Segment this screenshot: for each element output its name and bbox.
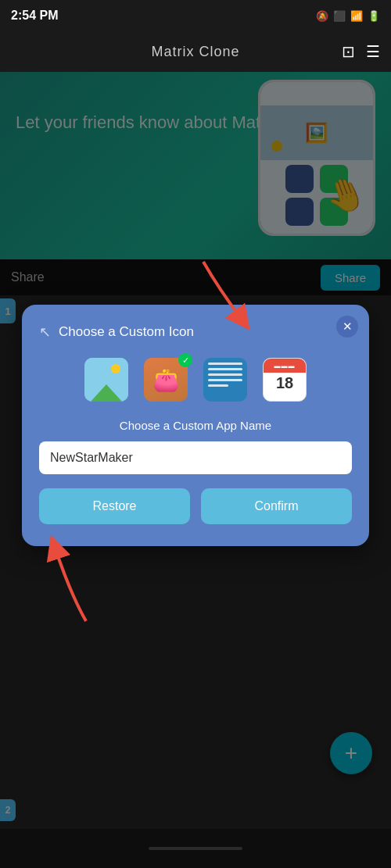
arrow-up [31, 531, 125, 625]
wifi-icon: 📶 [350, 10, 363, 22]
dialog-close-button[interactable]: ✕ [336, 316, 358, 338]
mountain-shape [91, 384, 122, 402]
mute-icon: 🔕 [316, 10, 328, 22]
landscape-icon-box [84, 358, 128, 402]
calendar-date: 18 [274, 373, 295, 394]
app-name-input[interactable] [39, 441, 352, 474]
status-bar: 2:54 PM 🔕 ⬛ 📶 🔋 [0, 0, 391, 31]
confirm-button[interactable]: Confirm [201, 488, 352, 524]
app-title: Matrix Clone [151, 44, 239, 60]
app-name-subtitle: Choose a Custom App Name [39, 419, 352, 432]
icon-option-landscape[interactable] [83, 356, 130, 403]
search-icon[interactable]: ⊡ [342, 42, 355, 61]
close-icon: ✕ [343, 320, 353, 334]
status-icons: 🔕 ⬛ 📶 🔋 [316, 10, 380, 22]
dialog-action-buttons: Restore Confirm [39, 488, 352, 524]
battery-level-icon: 🔋 [368, 10, 380, 22]
toolbar-actions: ⊡ ☰ [342, 42, 380, 61]
icon-option-calendar[interactable]: ▬▬▬ 18 [261, 356, 308, 403]
arrow-down [156, 258, 250, 336]
notes-icon-box [203, 358, 247, 402]
icon-option-wallet[interactable]: 👛 ✓ [142, 356, 189, 403]
menu-icon[interactable]: ☰ [366, 42, 380, 61]
selected-checkmark: ✓ [178, 353, 192, 367]
sun-icon [111, 364, 120, 373]
calendar-icon-box: ▬▬▬ 18 [263, 358, 307, 402]
restore-button[interactable]: Restore [39, 488, 190, 524]
icon-option-notes[interactable] [202, 356, 249, 403]
custom-icon-dialog: ✕ ↖ Choose a Custom Icon 👛 ✓ [22, 305, 369, 546]
toolbar: Matrix Clone ⊡ ☰ [0, 31, 391, 72]
calendar-header: ▬▬▬ [264, 359, 306, 373]
cursor-icon: ↖ [39, 323, 51, 341]
status-time: 2:54 PM [11, 9, 58, 23]
icon-selector-row: 👛 ✓ ▬▬▬ 18 [39, 356, 352, 403]
battery-icon: ⬛ [333, 10, 346, 22]
